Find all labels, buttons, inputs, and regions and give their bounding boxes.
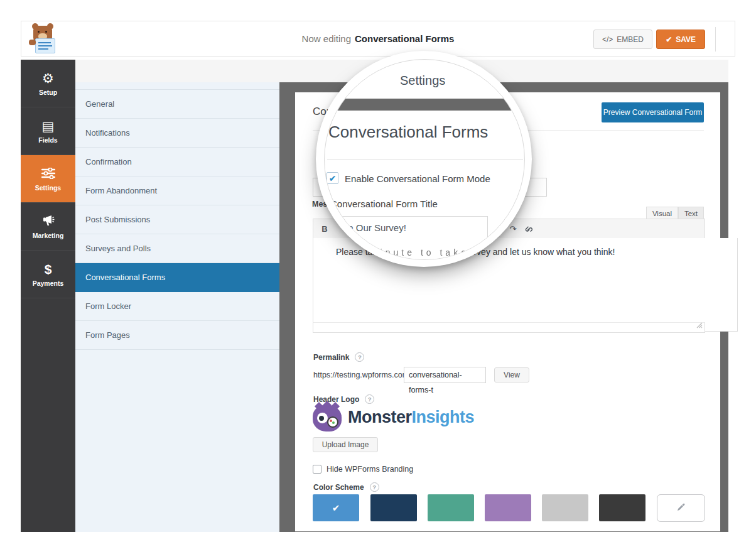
code-icon: </> (602, 35, 613, 44)
magnifier-lens: Settings Conversational Forms ✔ Enable C… (316, 51, 532, 267)
monster-icon (313, 405, 342, 431)
settings-section-general[interactable]: General › (75, 89, 302, 119)
enable-mode-checkbox[interactable]: ✔ (327, 172, 338, 184)
logo-text-monster: Monster (348, 408, 412, 426)
panel-heading-magnified: Conversational Forms (328, 122, 488, 142)
nav-item-payments[interactable]: $ Payments (21, 251, 75, 298)
dollar-icon: $ (45, 261, 52, 276)
settings-section-form-pages[interactable]: Form Pages › (75, 321, 302, 350)
now-editing-prefix: Now editing (302, 33, 351, 44)
eyedropper-icon (676, 502, 686, 514)
fields-icon: ▤ (42, 118, 55, 133)
color-swatch-blue[interactable]: ✔ (313, 494, 359, 521)
color-swatch-purple[interactable] (485, 494, 531, 521)
bold-icon[interactable]: B (316, 222, 333, 236)
custom-color-picker-button[interactable] (657, 494, 705, 522)
color-swatch-navy[interactable] (370, 494, 417, 521)
refracted-text-fragment: minute to take (370, 247, 469, 258)
megaphone-icon (41, 214, 55, 229)
preview-conversational-form-button[interactable]: Preview Conversational Form (602, 102, 704, 122)
panel-top-border-magnified (324, 99, 525, 111)
heading-divider-magnified (327, 159, 523, 160)
color-swatch-light-gray[interactable] (542, 494, 588, 521)
embed-button[interactable]: </> EMBED (593, 30, 652, 49)
builder-nav-sidebar: ⚙ Setup ▤ Fields Settings (21, 60, 75, 532)
tab-text[interactable]: Text (678, 207, 704, 220)
color-swatch-dark-gray[interactable] (599, 494, 645, 521)
nav-item-fields[interactable]: ▤ Fields (21, 107, 75, 155)
tab-visual[interactable]: Visual (646, 207, 678, 219)
settings-section-post-submissions[interactable]: Post Submissions › (75, 205, 302, 234)
check-icon: ✔ (329, 173, 337, 183)
settings-sections-sidebar: General › Notifications › Confirmation ›… (75, 82, 279, 532)
editor-status-bar (313, 322, 705, 333)
help-icon[interactable]: ? (370, 482, 379, 492)
permalink-slug-input[interactable]: conversational-forms-t (404, 367, 486, 383)
upload-image-button[interactable]: Upload Image (313, 437, 378, 452)
link-icon[interactable] (521, 222, 537, 236)
nav-item-marketing[interactable]: Marketing (21, 203, 75, 251)
logo-text-insights: Insights (412, 408, 475, 426)
hide-branding-label: Hide WPForms Branding (327, 465, 413, 474)
top-bar: Now editing Conversational Forms </> EMB… (21, 21, 735, 57)
resize-handle-icon[interactable] (696, 320, 703, 331)
enable-mode-label: Enable Conversational Form Mode (345, 173, 490, 184)
settings-section-notifications[interactable]: Notifications › (75, 119, 302, 148)
save-button[interactable]: ✔ SAVE (656, 30, 705, 49)
settings-section-conversational-forms[interactable]: Conversational Forms › (75, 263, 302, 292)
settings-section-confirmation[interactable]: Confirmation › (75, 148, 302, 176)
settings-section-surveys-and-polls[interactable]: Surveys and Polls › (75, 234, 302, 263)
permalink-label: Permalink ? (313, 352, 364, 362)
view-button[interactable]: View (494, 367, 529, 383)
settings-section-form-abandonment[interactable]: Form Abandonment › (75, 176, 302, 205)
hide-branding-checkbox[interactable] (313, 465, 321, 474)
color-scheme-label: Color Scheme ? (313, 482, 379, 492)
editing-form-name: Conversational Forms (355, 33, 454, 44)
conversational-form-title-label: Conversational Form Title (330, 198, 438, 209)
check-icon: ✔ (666, 35, 672, 44)
magnifier-lens-content: Settings Conversational Forms ✔ Enable C… (324, 59, 525, 260)
permalink-base-url: https://testing.wpforms.com/ (313, 371, 411, 379)
color-swatch-green[interactable] (428, 494, 474, 521)
panel-tab-title: Settings (400, 73, 445, 88)
sliders-icon (41, 166, 55, 181)
settings-section-form-locker[interactable]: Form Locker › (75, 292, 302, 321)
monsterinsights-logo: MonsterInsights (313, 404, 476, 433)
header-logo-label: Header Logo ? (313, 394, 374, 404)
nav-item-setup[interactable]: ⚙ Setup (21, 60, 75, 107)
check-icon: ✔ (332, 502, 340, 514)
topbar-divider (715, 27, 716, 52)
help-icon[interactable]: ? (365, 394, 374, 404)
nav-item-settings[interactable]: Settings (21, 155, 75, 203)
gear-icon: ⚙ (42, 70, 54, 85)
help-icon[interactable]: ? (355, 352, 364, 362)
